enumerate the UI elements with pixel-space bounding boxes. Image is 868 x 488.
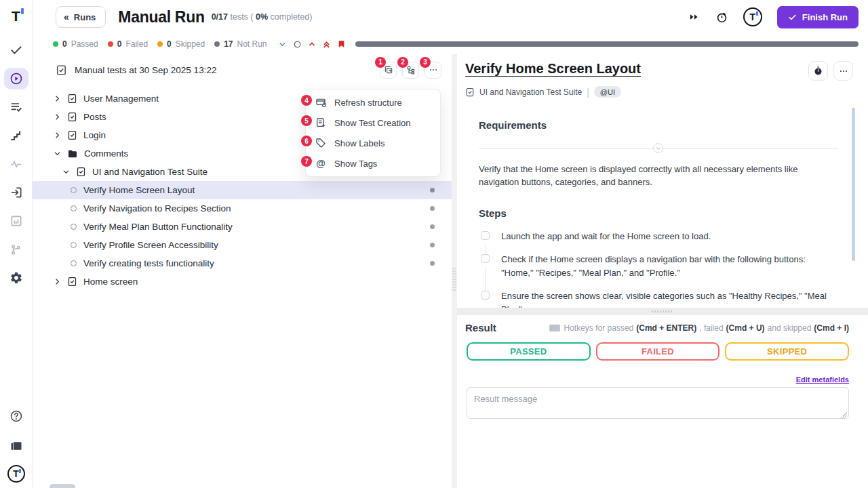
result-message-input[interactable] xyxy=(467,387,849,419)
brand-logo[interactable]: T xyxy=(12,7,20,26)
tree-row-test[interactable]: Verify creating tests functionality xyxy=(33,254,452,272)
suite-name[interactable]: UI and Navigation Test Suite xyxy=(479,87,582,97)
failed-dot xyxy=(108,41,113,47)
stopwatch-button[interactable] xyxy=(808,61,828,81)
failed-count: 0Failed xyxy=(108,39,148,49)
priority-double-up-icon[interactable] xyxy=(322,40,331,49)
user-avatar[interactable]: T xyxy=(7,465,25,483)
tree-row-test[interactable]: Verify Profile Screen Accessibility xyxy=(33,236,452,254)
timer-icon[interactable] xyxy=(715,11,728,24)
requirements-heading: Requirements xyxy=(479,119,834,131)
test-status-circle xyxy=(71,260,77,266)
help-icon[interactable] xyxy=(4,405,28,427)
detail-scroll-area: Requirements Verify that the Home screen… xyxy=(457,104,868,308)
step-checkbox[interactable] xyxy=(481,231,490,240)
branch-nav-icon[interactable] xyxy=(4,239,28,260)
chevron-down-icon[interactable] xyxy=(62,168,70,176)
suite-file-icon xyxy=(67,94,77,104)
test-detail-panel: Verify Home Screen Layout UI and Navigat… xyxy=(457,54,868,488)
tree-more-button[interactable]: 3 xyxy=(425,62,441,79)
settings-gear-icon[interactable] xyxy=(4,267,28,289)
hint-badge-2: 2 xyxy=(397,57,408,68)
hotkeys-hint: Hotkeys for passed (Cmd + ENTER) , faile… xyxy=(549,323,849,333)
avatar-accent xyxy=(756,12,758,16)
test-dot xyxy=(430,188,435,192)
finish-run-label: Finish Run xyxy=(802,12,848,22)
tag-badge[interactable]: @UI xyxy=(594,86,621,98)
tree-row-test[interactable]: Verify Navigation to Recipes Section xyxy=(33,199,452,218)
steps-heading: Steps xyxy=(479,207,834,219)
bookmark-icon[interactable] xyxy=(337,39,346,49)
step-checkbox[interactable] xyxy=(481,254,490,263)
hint-badge-6: 6 xyxy=(301,136,312,146)
copy-run-button[interactable]: 1 xyxy=(380,62,397,79)
topbar-actions: T Finish Run xyxy=(688,6,868,28)
passed-count: 0Passed xyxy=(53,39,98,49)
menu-item-show-tags[interactable]: 7 @ Show Tags xyxy=(306,153,440,174)
test-dot xyxy=(430,243,435,247)
tree-actions: 1 2 3 xyxy=(380,62,441,79)
page-title: Manual Run xyxy=(118,8,204,26)
finish-run-button[interactable]: Finish Run xyxy=(777,6,859,28)
step-item: Ensure the screen shows clear, visible c… xyxy=(479,289,834,308)
run-owner-avatar[interactable]: T xyxy=(743,7,762,26)
priority-up-icon[interactable] xyxy=(308,40,316,48)
tree-more-menu: 4 Refresh structure 5 Show Test Creation… xyxy=(305,89,441,177)
chevron-right-icon[interactable] xyxy=(54,95,61,102)
panel-resize-divider[interactable] xyxy=(452,54,457,488)
test-title[interactable]: Verify Home Screen Layout xyxy=(465,61,641,77)
status-filter-icons xyxy=(278,39,346,49)
steps-nav-icon[interactable] xyxy=(4,125,28,146)
library-icon[interactable] xyxy=(4,435,28,457)
expand-chevron-icon[interactable] xyxy=(278,40,287,49)
step-checkbox[interactable] xyxy=(481,291,490,300)
notrun-count: 17Not Run xyxy=(214,39,267,49)
import-nav-icon[interactable] xyxy=(4,182,28,203)
chevron-right-icon[interactable] xyxy=(54,131,61,139)
tree-label: Verify creating tests functionality xyxy=(83,258,214,268)
activity-nav-icon[interactable] xyxy=(4,153,28,175)
fast-forward-icon[interactable] xyxy=(688,11,701,23)
splitter-handle[interactable] xyxy=(652,310,673,312)
checklist-icon xyxy=(56,64,67,76)
detail-more-button[interactable] xyxy=(833,61,853,81)
skipped-button[interactable]: SKIPPED xyxy=(725,342,849,361)
bottom-partial-button[interactable] xyxy=(50,484,75,488)
collapse-knob-icon[interactable] xyxy=(653,143,663,153)
back-to-runs-button[interactable]: « Runs xyxy=(56,6,106,28)
chevron-down-icon[interactable] xyxy=(54,150,61,157)
menu-item-show-test-creation[interactable]: 5 Show Test Creation xyxy=(306,113,440,133)
tests-tree-panel: Manual tests at 30 Sep 2025 13:22 1 2 3 xyxy=(33,54,452,488)
menu-item-refresh-structure[interactable]: 4 Refresh structure xyxy=(306,92,440,113)
runs-nav-icon[interactable] xyxy=(4,68,28,89)
circle-marker-icon[interactable] xyxy=(293,40,302,49)
check-icon xyxy=(788,13,797,22)
tree-label: Verify Meal Plan Button Functionality xyxy=(83,222,233,232)
edit-metafields-link[interactable]: Edit metafields xyxy=(796,375,849,384)
menu-item-show-labels[interactable]: 6 Show Labels xyxy=(306,133,440,153)
menu-label: Show Labels xyxy=(334,138,384,148)
app-root: T xyxy=(0,0,868,488)
analytics-nav-icon[interactable] xyxy=(4,210,28,232)
test-status-circle xyxy=(71,224,77,230)
passed-button[interactable]: PASSED xyxy=(467,342,591,361)
tree-row-suite[interactable]: Home screen xyxy=(33,272,452,291)
menu-label: Refresh structure xyxy=(334,98,402,108)
tree-row-test[interactable]: Verify Meal Plan Button Functionality xyxy=(33,218,452,236)
test-list-nav-icon[interactable] xyxy=(4,96,28,118)
failed-button[interactable]: FAILED xyxy=(596,342,720,361)
resize-handle[interactable] xyxy=(452,268,456,291)
stopwatch-icon xyxy=(813,66,823,76)
tree-row-test-selected[interactable]: Verify Home Screen Layout xyxy=(33,181,452,199)
result-splitter[interactable] xyxy=(457,308,868,315)
verdict-buttons: PASSED FAILED SKIPPED xyxy=(467,342,849,361)
chevron-right-icon[interactable] xyxy=(54,278,61,285)
checks-nav-icon[interactable] xyxy=(4,39,28,61)
step-connector xyxy=(485,268,486,291)
detail-scrollbar[interactable] xyxy=(852,108,855,261)
tree-label: User Management xyxy=(83,94,159,104)
chevron-right-icon[interactable] xyxy=(54,113,61,121)
tree-structure-button[interactable]: 2 xyxy=(402,62,419,79)
ellipsis-icon xyxy=(839,66,848,76)
left-rail: T xyxy=(0,0,33,488)
